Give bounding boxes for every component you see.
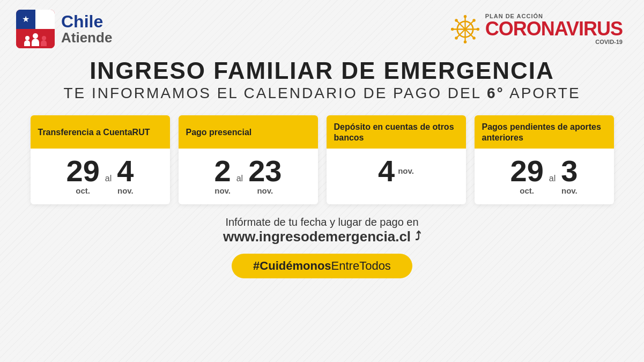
svg-point-15 <box>472 19 476 22</box>
card-3-date-number: 4 <box>378 156 395 186</box>
card-1-start-number: 29 <box>66 156 100 186</box>
card-1-end-month: nov. <box>117 186 134 196</box>
svg-point-10 <box>463 40 467 43</box>
title-highlight: 6° <box>487 85 505 101</box>
title-line2: TE INFORMAMOS EL CALENDARIO DE PAGO DEL … <box>21 84 623 103</box>
chile-atiende-logo: ★ Chile <box>16 10 112 48</box>
cursor-icon: ⤴ <box>415 230 421 243</box>
svg-point-9 <box>463 14 467 18</box>
flag-white <box>35 10 55 29</box>
logo-atiende-text: Atiende <box>61 30 112 46</box>
card-1-al: al <box>105 168 112 183</box>
star-icon: ★ <box>22 15 29 24</box>
svg-point-11 <box>451 27 454 31</box>
person-2 <box>32 33 39 46</box>
card-3-header-text: Depósito en cuentas de otros bancos <box>334 122 458 143</box>
flag-blue: ★ <box>16 10 35 29</box>
card-3: Depósito en cuentas de otros bancos4nov. <box>327 115 466 204</box>
card-2-al: al <box>236 168 243 183</box>
card-4-start-date: 29oct. <box>510 156 544 196</box>
card-4-end-date: 3nov. <box>561 156 578 196</box>
card-4-start-number: 29 <box>510 156 544 186</box>
person-1 <box>24 36 30 46</box>
header: ★ Chile <box>0 0 644 54</box>
title-line2-suffix: APORTE <box>505 85 581 101</box>
card-1: Transferencia a CuentaRUT29oct.al4nov. <box>31 115 170 204</box>
people-icon <box>24 33 47 46</box>
card-1-header: Transferencia a CuentaRUT <box>31 115 170 149</box>
card-4-end-number: 3 <box>561 156 578 186</box>
svg-point-12 <box>476 27 479 31</box>
card-4-body: 29oct.al3nov. <box>475 149 614 204</box>
info-text: Infórmate de tu fecha y lugar de pago en <box>0 216 644 228</box>
hashtag-prefix: #Cuidémonos <box>253 259 331 272</box>
card-4-al: al <box>549 168 556 183</box>
card-1-start-date: 29oct. <box>66 156 100 196</box>
card-2-end-number: 23 <box>248 156 282 186</box>
covid-text: COVID-19 <box>485 39 623 45</box>
svg-point-14 <box>472 36 476 40</box>
card-1-body: 29oct.al4nov. <box>31 149 170 204</box>
website-row: www.ingresodemergencia.cl ⤴ <box>0 228 644 245</box>
svg-point-16 <box>455 36 458 40</box>
coronavirus-text: CORONAVIRUS <box>485 19 623 39</box>
card-2-end-month: nov. <box>257 186 273 196</box>
hashtag-button[interactable]: #CuidémonosEntreTodos <box>232 254 412 278</box>
logo-text: Chile Atiende <box>61 13 112 46</box>
card-2: Pago presencial2nov.al23nov. <box>179 115 318 204</box>
card-4-header: Pagos pendientes de aportes anteriores <box>475 115 614 149</box>
card-4-header-text: Pagos pendientes de aportes anteriores <box>482 122 606 143</box>
logo-chile-text: Chile <box>61 13 112 30</box>
card-1-end-date: 4nov. <box>117 156 134 196</box>
card-2-start-date: 2nov. <box>214 156 231 196</box>
card-3-header: Depósito en cuentas de otros bancos <box>327 115 466 149</box>
card-3-month: nov. <box>398 166 414 176</box>
corona-text-group: PLAN DE ACCIÓN CORONAVIRUS COVID-19 <box>485 13 623 45</box>
main-title-section: INGRESO FAMILIAR DE EMERGENCIA TE INFORM… <box>0 58 644 104</box>
card-2-header: Pago presencial <box>179 115 318 149</box>
card-2-end-date: 23nov. <box>248 156 282 196</box>
flag-box: ★ <box>16 10 55 48</box>
card-1-header-text: Transferencia a CuentaRUT <box>38 127 150 138</box>
website-link[interactable]: www.ingresodemergencia.cl <box>223 228 411 245</box>
card-1-end-number: 4 <box>117 156 134 186</box>
title-line1: INGRESO FAMILIAR DE EMERGENCIA <box>21 58 623 84</box>
card-4-end-month: nov. <box>561 186 578 196</box>
svg-point-13 <box>455 19 458 22</box>
card-1-start-month: oct. <box>76 186 90 196</box>
card-4-start-month: oct. <box>520 186 534 196</box>
card-3-body: 4nov. <box>327 149 466 195</box>
cards-section: Transferencia a CuentaRUT29oct.al4nov.Pa… <box>0 104 644 204</box>
hashtag-suffix: EntreTodos <box>331 259 391 272</box>
person-3 <box>41 36 47 46</box>
card-2-start-number: 2 <box>214 156 231 186</box>
card-2-start-month: nov. <box>214 186 231 196</box>
card-4: Pagos pendientes de aportes anteriores29… <box>475 115 614 204</box>
bottom-section: Infórmate de tu fecha y lugar de pago en… <box>0 216 644 278</box>
coronavirus-icon <box>450 14 480 44</box>
card-2-body: 2nov.al23nov. <box>179 149 318 204</box>
title-line2-prefix: TE INFORMAMOS EL CALENDARIO DE PAGO DEL <box>63 85 487 101</box>
coronavirus-logo: PLAN DE ACCIÓN CORONAVIRUS COVID-19 <box>450 13 623 45</box>
card-2-header-text: Pago presencial <box>186 127 252 138</box>
